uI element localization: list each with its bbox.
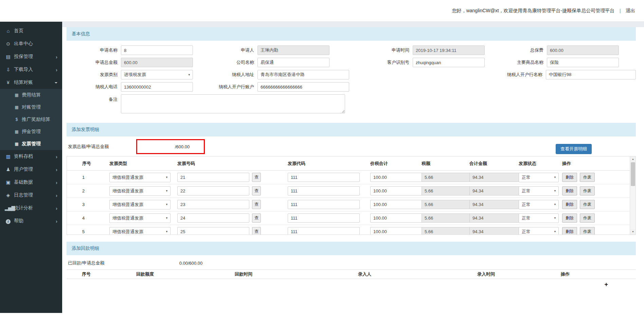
sidebar-item-archive[interactable]: ▥ 资料存档 › xyxy=(0,150,62,163)
col-ops: 操作 xyxy=(561,271,636,277)
main-product-input[interactable] xyxy=(547,58,619,67)
grid-icon: ▦ xyxy=(14,105,20,110)
row-seq: 5 xyxy=(82,229,109,234)
view-invoice-detail-button[interactable]: 查看开票明细 xyxy=(556,144,592,154)
apply-time-input xyxy=(413,45,485,55)
customer-id-input[interactable] xyxy=(413,58,485,67)
sidebar-item-download-import[interactable]: ⇩ 下载导入 › xyxy=(0,63,62,76)
void-button[interactable]: 作废 xyxy=(580,227,595,235)
sidebar-item-settlement[interactable]: ¥ 结算对账 › xyxy=(0,76,62,89)
invoice-total-value: /600.00 xyxy=(175,144,190,149)
delete-button[interactable]: 删除 xyxy=(562,186,577,195)
sidebar-item-statistics[interactable]: ▂▅▇ 统计分析 › xyxy=(0,202,62,215)
sidebar-item-promo-reward[interactable]: $ 推广奖励结算 xyxy=(0,113,62,126)
taxpayer-phone-label: 纳税人电话 xyxy=(67,84,121,90)
invoice-total-highlight-box[interactable]: /600.00 xyxy=(136,139,205,154)
bank-account-input[interactable] xyxy=(257,82,349,92)
sidebar-item-fee-settlement[interactable]: ▦ 费用结算 xyxy=(0,89,62,101)
void-button[interactable]: 作废 xyxy=(580,200,595,209)
sidebar-item-user-mgmt[interactable]: ♟ 用户管理 › xyxy=(0,163,62,176)
bank-name-input[interactable] xyxy=(546,70,636,79)
invoice-code-input[interactable] xyxy=(288,213,360,223)
apply-time-label: 申请时间 xyxy=(353,47,413,53)
sidebar-item-label: 首页 xyxy=(14,28,23,34)
add-payment-icon[interactable]: + xyxy=(604,281,608,288)
invoice-number-input[interactable] xyxy=(177,186,249,195)
invoice-category-select[interactable]: 进项税发票 ▼ xyxy=(121,70,193,79)
invoice-row: 4 增值税普通发票▼ 查 正常▼ 删除作废 xyxy=(67,211,636,225)
delete-button[interactable]: 删除 xyxy=(562,213,577,223)
invoice-type-select[interactable]: 增值税普通发票▼ xyxy=(109,173,171,182)
paid-summary-row: 已回款/申请总金额 0.00/600.00 xyxy=(68,260,636,266)
remark-textarea[interactable] xyxy=(121,94,345,113)
invoice-table: 序号 发票类型 发票号码 发票代码 价税合计 税额 合计金额 发票状态 操作 1… xyxy=(67,156,636,235)
welcome-text: 您好，wanglinCW@xt，欢迎使用青岛康特管理平台-捷顺保单总公司管理平台 xyxy=(452,8,615,14)
delete-button[interactable]: 删除 xyxy=(562,200,577,209)
void-button[interactable]: 作废 xyxy=(580,186,595,195)
apply-amount-label: 申请总金额 xyxy=(67,59,121,66)
row-seq: 3 xyxy=(82,202,109,207)
invoice-code-input[interactable] xyxy=(288,186,360,195)
invoice-number-input[interactable] xyxy=(177,227,249,235)
settlement-submenu: ▦ 费用结算 ▦ 对账管理 $ 推广奖励结算 ▦ 押金管理 ▦ 发票管理 xyxy=(0,89,62,150)
void-button[interactable]: 作废 xyxy=(580,173,595,182)
scrollbar-thumb[interactable] xyxy=(631,162,635,186)
sidebar-item-reconciliation[interactable]: ▦ 对账管理 xyxy=(0,101,62,113)
invoice-code-input[interactable] xyxy=(288,200,360,209)
sidebar-item-issue-center[interactable]: ⊙ 出单中心 xyxy=(0,37,62,50)
invoice-number-input[interactable] xyxy=(177,200,249,209)
caret-down-icon: ▼ xyxy=(165,217,168,220)
main-content: 基本信息 申请名称 申请人 申请时间 总保费 申请总金额 公司名称 xyxy=(62,22,644,317)
invoice-type-select[interactable]: 增值税普通发票▼ xyxy=(109,200,171,209)
invoice-row: 2 增值税普通发票▼ 查 正常▼ 删除作废 xyxy=(67,184,636,198)
invoice-status-select[interactable]: 正常▼ xyxy=(519,213,559,223)
logout-link[interactable]: 退出 xyxy=(626,8,635,14)
invoice-status-select[interactable]: 正常▼ xyxy=(519,173,559,182)
invoice-type-select[interactable]: 增值税普通发票▼ xyxy=(109,186,171,196)
taxpayer-address-input[interactable] xyxy=(257,70,349,79)
void-button[interactable]: 作废 xyxy=(580,213,595,223)
scroll-down-icon[interactable]: ▼ xyxy=(630,229,636,235)
total-premium-label: 总保费 xyxy=(486,47,547,53)
sidebar-item-deposit-mgmt[interactable]: ▦ 押金管理 xyxy=(0,126,62,138)
sidebar-item-home[interactable]: ⌂ 首页 xyxy=(0,24,62,37)
header-separator: ｜ xyxy=(618,8,622,14)
sidebar-item-insure-mgmt[interactable]: ▤ 投保管理 › xyxy=(0,50,62,63)
invoice-code-input[interactable] xyxy=(288,227,360,235)
grid-icon: ▦ xyxy=(14,93,20,97)
search-button[interactable]: 查 xyxy=(252,213,261,223)
sidebar-item-help[interactable]: i 帮助 › xyxy=(0,215,62,227)
invoice-type-select[interactable]: 增值税普通发票▼ xyxy=(109,227,171,235)
delete-button[interactable]: 删除 xyxy=(562,227,577,235)
invoice-number-input[interactable] xyxy=(177,173,249,182)
caret-down-icon: ▼ xyxy=(165,203,168,206)
home-icon: ⌂ xyxy=(5,28,12,34)
invoice-type-select[interactable]: 增值税普通发票▼ xyxy=(109,213,171,223)
col-paid-time: 回款时间 xyxy=(235,271,358,277)
taxpayer-address-label: 纳税人地址 xyxy=(200,72,257,78)
sidebar-item-log-mgmt[interactable]: ◈ 日志管理 › xyxy=(0,189,62,202)
sidebar-item-label: 结算对账 xyxy=(14,79,33,86)
caret-down-icon: ▼ xyxy=(554,203,556,206)
search-button[interactable]: 查 xyxy=(252,200,261,209)
col-entry-time: 录入时间 xyxy=(477,271,561,277)
sidebar-item-invoice-mgmt[interactable]: ▦ 发票管理 xyxy=(0,138,62,150)
company-input[interactable] xyxy=(257,58,329,67)
taxpayer-phone-input[interactable] xyxy=(121,82,193,92)
search-button[interactable]: 查 xyxy=(252,227,261,235)
apply-name-input[interactable] xyxy=(121,45,193,55)
invoice-code-input[interactable] xyxy=(288,173,360,182)
invoice-number-input[interactable] xyxy=(177,213,249,223)
invoice-status-select[interactable]: 正常▼ xyxy=(519,227,559,235)
search-button[interactable]: 查 xyxy=(252,173,261,182)
scroll-up-icon[interactable]: ▲ xyxy=(630,156,636,162)
invoice-status-select[interactable]: 正常▼ xyxy=(519,200,559,209)
clock-icon: ⊙ xyxy=(5,41,12,46)
sidebar-item-base-data[interactable]: ▣ 基础数据 › xyxy=(0,176,62,189)
invoice-table-scrollbar[interactable]: ▲ ▼ xyxy=(630,156,636,235)
search-button[interactable]: 查 xyxy=(252,186,261,195)
delete-button[interactable]: 删除 xyxy=(562,173,577,182)
total-premium-input xyxy=(547,45,619,55)
invoice-status-select[interactable]: 正常▼ xyxy=(519,186,559,196)
sidebar-item-label: 推广奖励结算 xyxy=(22,116,50,123)
